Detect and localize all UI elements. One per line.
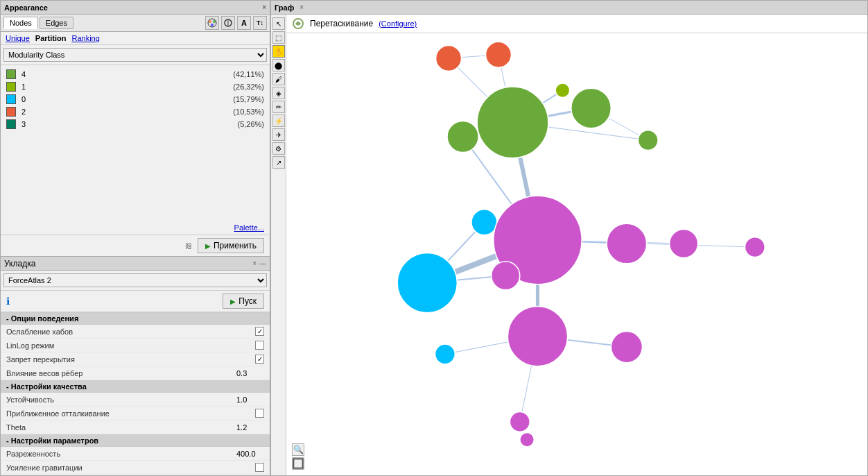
appearance-tabs-row: Nodes Edges A T↕ [1, 15, 270, 32]
tool-cursor-btn[interactable]: ↗ [272, 156, 285, 169]
param-checkbox[interactable] [255, 355, 264, 364]
palette-link[interactable]: Palette... [1, 221, 270, 235]
run-row: ℹ ▶ Пуск [1, 291, 270, 312]
zoom-controls: 🔍 [292, 443, 304, 470]
label-size-icon[interactable]: T↕ [253, 16, 267, 30]
graph-node[interactable] [745, 237, 765, 257]
tool-paint-btn[interactable]: 🖌 [272, 73, 285, 85]
param-label: Запрет перекрытия [6, 355, 255, 364]
partition-label: 3 [21, 120, 232, 128]
partition-pct: (42,11%) [233, 70, 264, 78]
param-value: 400.0 [236, 450, 264, 458]
sub-tab-partition[interactable]: Partition [33, 34, 69, 42]
partition-item[interactable]: 0 (15,79%) [1, 93, 270, 105]
layout-minimize-btn[interactable]: — [259, 260, 266, 267]
graph-node[interactable] [510, 412, 530, 432]
section-Опции поведения[interactable]: Опции поведения [1, 312, 270, 325]
graph-node[interactable] [471, 210, 497, 235]
section-Настройки качества[interactable]: Настройки качества [1, 380, 270, 393]
param-checkbox[interactable] [255, 341, 264, 350]
partition-item[interactable]: 4 (42,11%) [1, 68, 270, 80]
appearance-title: Appearance [4, 3, 48, 12]
tool-hand-btn[interactable]: ✋ [272, 45, 285, 58]
param-row: Устойчивость1.0 [1, 393, 270, 407]
apply-label: Применить [214, 241, 257, 250]
graph-node[interactable] [447, 121, 478, 152]
algorithm-select[interactable]: ForceAtlas 2 [3, 273, 267, 287]
tool-select-btn[interactable]: ↖ [272, 17, 285, 30]
graph-node[interactable] [435, 344, 455, 364]
tab-nodes[interactable]: Nodes [3, 17, 38, 29]
graph-node[interactable] [670, 230, 698, 258]
graph-node[interactable] [520, 432, 535, 447]
color-swatch [6, 94, 16, 104]
param-value: 0.3 [236, 369, 264, 377]
tab-icons: A T↕ [205, 16, 267, 30]
graph-node[interactable] [436, 45, 462, 71]
tool-palette2-btn[interactable]: ◈ [272, 87, 285, 99]
toolbar-vertical: ↖⬚✋⬤🖌◈✏⚡✈⚙↗ [271, 15, 286, 475]
partition-pct: (5,26%) [237, 120, 264, 128]
graph-node[interactable] [397, 253, 457, 312]
graph-node[interactable] [477, 87, 548, 158]
tool-rect-select-btn[interactable]: ⬚ [272, 31, 285, 44]
layout-close-btn[interactable]: × [252, 260, 257, 267]
param-checkbox[interactable] [255, 463, 264, 472]
partition-pct: (15,79%) [233, 95, 264, 103]
partition-item[interactable]: 3 (5,26%) [1, 118, 270, 130]
graph-node[interactable] [555, 83, 570, 98]
graph-node[interactable] [611, 331, 642, 362]
param-row: Влияние весов рёбер0.3 [1, 366, 270, 380]
size-icon[interactable] [221, 16, 235, 30]
appearance-close-btn[interactable]: × [262, 3, 266, 11]
run-play-icon: ▶ [230, 298, 236, 305]
tool-settings-btn[interactable]: ⚙ [272, 142, 285, 155]
configure-link[interactable]: (Configure) [379, 19, 417, 28]
modularity-dropdown-row: Modularity Class [1, 45, 270, 65]
apply-button[interactable]: ▶ Применить [198, 238, 264, 253]
graph-node[interactable] [607, 223, 647, 264]
param-value: 1.0 [236, 396, 264, 404]
label-color-icon[interactable]: A [237, 16, 251, 30]
tool-path-btn[interactable]: ⬤ [272, 59, 285, 71]
tool-pencil-btn[interactable]: ✏ [272, 101, 285, 113]
param-row: LinLog режим [1, 339, 270, 352]
layout-title: Укладка [4, 259, 35, 269]
param-checkbox[interactable] [255, 327, 264, 336]
run-label: Пуск [238, 296, 257, 306]
modularity-class-select[interactable]: Modularity Class [3, 48, 267, 62]
tool-lightning-btn[interactable]: ⚡ [272, 114, 285, 127]
partition-item[interactable]: 1 (26,32%) [1, 80, 270, 93]
layout-sections: Опции поведенияОслабление хабовLinLog ре… [1, 312, 270, 475]
graph-title-bar: Граф × [271, 1, 867, 15]
partition-list: 4 (42,11%) 1 (26,32%) 0 (15,79%) 2 (10,5… [1, 65, 270, 221]
tool-plane-btn[interactable]: ✈ [272, 128, 285, 141]
param-label: Приближенное отталкивание [6, 409, 255, 418]
param-row: Запрет перекрытия [1, 352, 270, 366]
graph-node[interactable] [571, 88, 611, 128]
graph-title: Граф [275, 3, 294, 12]
info-icon[interactable]: ℹ [6, 296, 10, 307]
partition-item[interactable]: 2 (10,53%) [1, 105, 270, 118]
graph-node[interactable] [485, 42, 511, 67]
graph-node[interactable] [492, 262, 520, 290]
graph-canvas[interactable]: 🔍 [286, 33, 867, 475]
sub-tab-unique[interactable]: Unique [3, 34, 32, 42]
color-palette-icon[interactable] [205, 16, 219, 30]
graph-node[interactable] [507, 307, 567, 366]
graph-close-btn[interactable]: × [300, 3, 304, 11]
zoom-icon[interactable]: 🔍 [292, 443, 304, 456]
param-checkbox[interactable] [255, 409, 264, 418]
param-row: Ослабление хабов [1, 325, 270, 339]
color-swatch [6, 69, 16, 79]
sub-tab-ranking[interactable]: Ranking [69, 34, 101, 42]
section-Настройки параметров[interactable]: Настройки параметров [1, 434, 270, 447]
graph-node[interactable] [638, 130, 658, 151]
partition-label: 4 [21, 70, 227, 78]
run-button[interactable]: ▶ Пуск [223, 294, 264, 309]
center-icon[interactable] [292, 457, 304, 470]
svg-point-3 [211, 24, 214, 26]
graph-subtoolbar: Перетаскивание (Configure) [286, 15, 867, 33]
tab-edges[interactable]: Edges [40, 17, 73, 29]
param-label: Усиление гравитации [6, 464, 255, 472]
